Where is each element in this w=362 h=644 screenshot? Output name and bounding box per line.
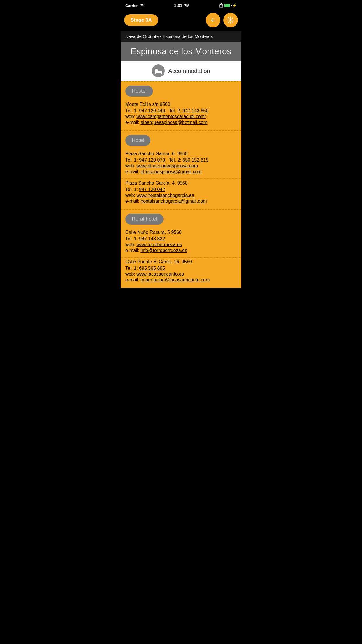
entry-email-line: e-mail: elrinconespinosa@gmail.com (125, 169, 237, 174)
email-link[interactable]: elrinconespinosa@gmail.com (140, 169, 201, 174)
web-link[interactable]: www.hostalsanchogarcia.es (136, 193, 194, 198)
city-header: Espinosa de los Monteros (121, 42, 241, 61)
back-button[interactable] (206, 13, 220, 27)
svg-line-7 (232, 22, 233, 23)
category-label: Rural hotel (125, 214, 164, 225)
location-icon (219, 4, 223, 8)
entry-tel-line: Tel. 1: 947 120 449 Tel. 2: 947 143 660 (125, 108, 237, 113)
section-hotel: HotelPlaza Sancho García, 6. 9560Tel. 1:… (121, 130, 241, 209)
entry-tel-line: Tel. 1: 947 143 822 (125, 236, 237, 242)
main-content: HostelMonte Edilla s/n 9560Tel. 1: 947 1… (121, 81, 241, 288)
entry-address: Plaza Sancho García, 4. 9560 (125, 181, 237, 186)
entry-email-line: e-mail: info@torreberrueza.es (125, 248, 237, 253)
entry-email-line: e-mail: informacion@lacasaencanto.com (125, 277, 237, 283)
entry-address: Calle Puente El Canto, 16. 9560 (125, 259, 237, 265)
category-label: Hostel (125, 86, 153, 97)
bed-icon-circle (152, 64, 165, 77)
entry-web-line: web: www.hostalsanchogarcia.es (125, 193, 237, 198)
accommodation-label: Accommodation (168, 68, 210, 74)
nav-right-buttons (206, 13, 238, 27)
svg-line-6 (228, 18, 229, 19)
tel1-link[interactable]: 947 120 070 (139, 158, 165, 162)
section-rural-hotel: Rural hotelCalle Nuño Rasura, 5 9560Tel.… (121, 209, 241, 288)
accommodation-header: Accommodation (121, 61, 241, 81)
web-link[interactable]: www.campamentoscaracuel.com/ (136, 114, 206, 119)
entry-web-line: web: www.elrincondeespinosa.com (125, 163, 237, 169)
svg-point-1 (230, 19, 232, 21)
entry-tel-line: Tel. 1: 947 120 042 (125, 187, 237, 192)
list-item: Calle Nuño Rasura, 5 9560Tel. 1: 947 143… (121, 228, 241, 258)
entry-address: Plaza Sancho García, 6. 9560 (125, 151, 237, 156)
web-link[interactable]: www.lacasaencanto.es (136, 272, 184, 276)
web-link[interactable]: www.torreberrueza.es (136, 242, 182, 247)
tel2-link[interactable]: 947 143 660 (182, 108, 208, 113)
bed-icon (154, 68, 162, 74)
email-link[interactable]: info@torreberrueza.es (140, 248, 187, 253)
back-arrow-icon (210, 17, 216, 23)
list-item: Plaza Sancho García, 4. 9560Tel. 1: 947 … (121, 179, 241, 208)
entry-address: Calle Nuño Rasura, 5 9560 (125, 230, 237, 235)
status-time: 1:31 PM (174, 3, 189, 8)
stage-button[interactable]: Stage 3A (124, 14, 158, 26)
list-item: Calle Puente El Canto, 16. 9560Tel. 1: 6… (121, 258, 241, 287)
tel1-link[interactable]: 947 120 042 (139, 187, 165, 192)
tel1-link[interactable]: 695 595 895 (139, 266, 165, 271)
entry-email-line: e-mail: albergueespinosa@hotmail.com (125, 120, 237, 125)
lightning-icon: ⚡ (232, 4, 237, 8)
svg-rect-12 (155, 73, 156, 74)
battery-icon (224, 4, 231, 7)
status-bar: Carrier 1:31 PM ⚡ (121, 0, 241, 10)
entry-web-line: web: www.torreberrueza.es (125, 242, 237, 247)
email-link[interactable]: albergueespinosa@hotmail.com (140, 120, 207, 125)
list-item: Plaza Sancho García, 6. 9560Tel. 1: 947 … (121, 149, 241, 179)
email-link[interactable]: hostalsanchogarcia@gmail.com (140, 199, 207, 204)
svg-rect-13 (161, 73, 162, 74)
tel2-link[interactable]: 650 152 615 (182, 158, 208, 162)
entry-web-line: web: www.campamentoscaracuel.com/ (125, 114, 237, 119)
entry-email-line: e-mail: hostalsanchogarcia@gmail.com (125, 199, 237, 204)
entry-web-line: web: www.lacasaencanto.es (125, 272, 237, 277)
entry-address: Monte Edilla s/n 9560 (125, 102, 237, 107)
wifi-icon (140, 4, 144, 7)
city-title: Espinosa de los Monteros (124, 46, 238, 56)
top-nav: Stage 3A (121, 10, 241, 31)
web-link[interactable]: www.elrincondeespinosa.com (136, 163, 198, 168)
sunburst-icon (227, 16, 234, 24)
status-right: ⚡ (219, 4, 237, 8)
carrier-text: Carrier (125, 4, 138, 8)
sunburst-button[interactable] (223, 13, 238, 27)
svg-line-8 (232, 18, 233, 19)
tel1-link[interactable]: 947 120 449 (139, 108, 165, 113)
status-left: Carrier (125, 4, 144, 8)
route-subtitle: Nava de Ordunte - Espinosa de los Monter… (121, 31, 241, 42)
svg-rect-14 (155, 69, 155, 73)
list-item: Monte Edilla s/n 9560Tel. 1: 947 120 449… (121, 100, 241, 129)
entry-tel-line: Tel. 1: 947 120 070 Tel. 2: 650 152 615 (125, 158, 237, 163)
entry-tel-line: Tel. 1: 695 595 895 (125, 266, 237, 271)
tel1-link[interactable]: 947 143 822 (139, 236, 165, 241)
category-label: Hotel (125, 135, 150, 146)
section-hostel: HostelMonte Edilla s/n 9560Tel. 1: 947 1… (121, 81, 241, 130)
svg-line-9 (228, 22, 229, 23)
email-link[interactable]: informacion@lacasaencanto.com (140, 277, 210, 282)
